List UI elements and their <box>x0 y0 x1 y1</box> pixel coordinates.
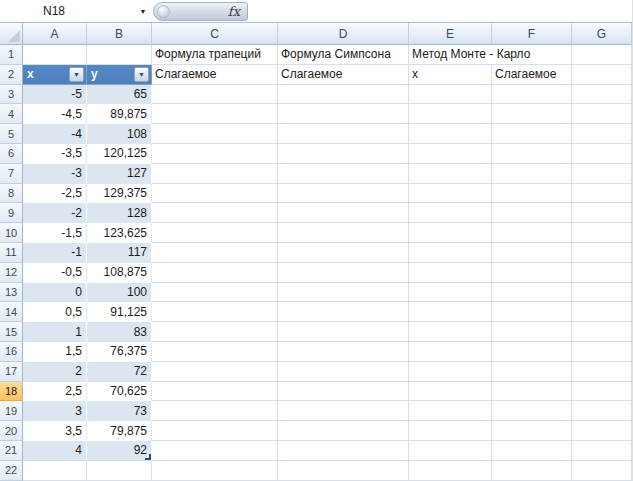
cell-f9[interactable] <box>492 203 572 223</box>
cell-b3[interactable]: 65 <box>87 85 152 105</box>
cell-b1[interactable] <box>87 45 152 65</box>
cell-f10[interactable] <box>492 223 572 243</box>
cell-g22[interactable] <box>572 461 632 481</box>
row-header-13[interactable]: 13 <box>0 283 23 303</box>
filter-dropdown-button[interactable]: ▼ <box>69 67 84 82</box>
cell-g8[interactable] <box>572 184 632 204</box>
cell-f14[interactable] <box>492 302 572 322</box>
cell-d11[interactable] <box>278 243 409 263</box>
cell-a8[interactable]: -2,5 <box>23 184 87 204</box>
cell-f15[interactable] <box>492 322 572 342</box>
row-header-4[interactable]: 4 <box>0 104 23 124</box>
row-header-11[interactable]: 11 <box>0 243 23 263</box>
cell-f13[interactable] <box>492 283 572 303</box>
cell-g9[interactable] <box>572 203 632 223</box>
cell-f7[interactable] <box>492 164 572 184</box>
cell-c16[interactable] <box>152 342 278 362</box>
cell-b18[interactable]: 70,625 <box>87 382 152 402</box>
cell-d15[interactable] <box>278 322 409 342</box>
cell-f11[interactable] <box>492 243 572 263</box>
cell-a17[interactable]: 2 <box>23 362 87 382</box>
cell-c5[interactable] <box>152 124 278 144</box>
cell-b13[interactable]: 100 <box>87 283 152 303</box>
cell-a12[interactable]: -0,5 <box>23 263 87 283</box>
cell-c19[interactable] <box>152 401 278 421</box>
cell-g18[interactable] <box>572 382 632 402</box>
column-header-g[interactable]: G <box>572 23 632 45</box>
cell-e6[interactable] <box>409 144 492 164</box>
formula-bar-input[interactable] <box>248 0 632 22</box>
cell-a19[interactable]: 3 <box>23 401 87 421</box>
cell-e4[interactable] <box>409 104 492 124</box>
cell-f3[interactable] <box>492 85 572 105</box>
cell-e22[interactable] <box>409 461 492 481</box>
cell-e18[interactable] <box>409 382 492 402</box>
cell-d6[interactable] <box>278 144 409 164</box>
cell-a16[interactable]: 1,5 <box>23 342 87 362</box>
column-header-a[interactable]: A <box>23 23 87 45</box>
cell-e11[interactable] <box>409 243 492 263</box>
table-header-cell-b2[interactable]: y▼ <box>87 65 152 85</box>
cell-a1[interactable] <box>23 45 87 65</box>
cell-d14[interactable] <box>278 302 409 322</box>
cell-a10[interactable]: -1,5 <box>23 223 87 243</box>
cell-d5[interactable] <box>278 124 409 144</box>
cell-c6[interactable] <box>152 144 278 164</box>
column-header-d[interactable]: D <box>278 23 409 45</box>
cell-b11[interactable]: 117 <box>87 243 152 263</box>
cell-g16[interactable] <box>572 342 632 362</box>
cell-c11[interactable] <box>152 243 278 263</box>
cell-e15[interactable] <box>409 322 492 342</box>
cell-b14[interactable]: 91,125 <box>87 302 152 322</box>
cell-e14[interactable] <box>409 302 492 322</box>
cell-a22[interactable] <box>23 461 87 481</box>
cell-d19[interactable] <box>278 401 409 421</box>
row-header-14[interactable]: 14 <box>0 302 23 322</box>
cell-g19[interactable] <box>572 401 632 421</box>
cell-c22[interactable] <box>152 461 278 481</box>
row-header-21[interactable]: 21 <box>0 441 23 461</box>
row-header-3[interactable]: 3 <box>0 85 23 105</box>
cell-d1[interactable]: Формула Симпсона <box>278 45 409 65</box>
column-header-e[interactable]: E <box>409 23 492 45</box>
cell-f20[interactable] <box>492 421 572 441</box>
cell-g20[interactable] <box>572 421 632 441</box>
cell-a14[interactable]: 0,5 <box>23 302 87 322</box>
row-header-7[interactable]: 7 <box>0 164 23 184</box>
cell-g3[interactable] <box>572 85 632 105</box>
row-header-10[interactable]: 10 <box>0 223 23 243</box>
cell-c13[interactable] <box>152 283 278 303</box>
cell-g1[interactable] <box>572 45 632 65</box>
cell-e20[interactable] <box>409 421 492 441</box>
row-header-1[interactable]: 1 <box>0 45 23 65</box>
cell-c3[interactable] <box>152 85 278 105</box>
row-header-20[interactable]: 20 <box>0 421 23 441</box>
cell-c1[interactable]: Формула трапеций <box>152 45 278 65</box>
filter-dropdown-button[interactable]: ▼ <box>134 67 149 82</box>
cell-a15[interactable]: 1 <box>23 322 87 342</box>
cell-e2[interactable]: x <box>409 65 492 85</box>
table-resize-handle[interactable] <box>145 454 151 460</box>
cell-e1[interactable]: Метод Монте - Карло <box>409 45 492 65</box>
row-header-5[interactable]: 5 <box>0 124 23 144</box>
cell-f21[interactable] <box>492 441 572 461</box>
cell-b8[interactable]: 129,375 <box>87 184 152 204</box>
cell-d4[interactable] <box>278 104 409 124</box>
cell-a11[interactable]: -1 <box>23 243 87 263</box>
cell-g6[interactable] <box>572 144 632 164</box>
cell-d18[interactable] <box>278 382 409 402</box>
cell-g10[interactable] <box>572 223 632 243</box>
row-header-6[interactable]: 6 <box>0 144 23 164</box>
cell-b4[interactable]: 89,875 <box>87 104 152 124</box>
cell-f17[interactable] <box>492 362 572 382</box>
cell-e12[interactable] <box>409 263 492 283</box>
cell-e8[interactable] <box>409 184 492 204</box>
cell-a13[interactable]: 0 <box>23 283 87 303</box>
cell-g15[interactable] <box>572 322 632 342</box>
cell-c18[interactable] <box>152 382 278 402</box>
cell-g17[interactable] <box>572 362 632 382</box>
cell-g11[interactable] <box>572 243 632 263</box>
row-header-16[interactable]: 16 <box>0 342 23 362</box>
cell-f16[interactable] <box>492 342 572 362</box>
column-header-c[interactable]: C <box>152 23 278 45</box>
